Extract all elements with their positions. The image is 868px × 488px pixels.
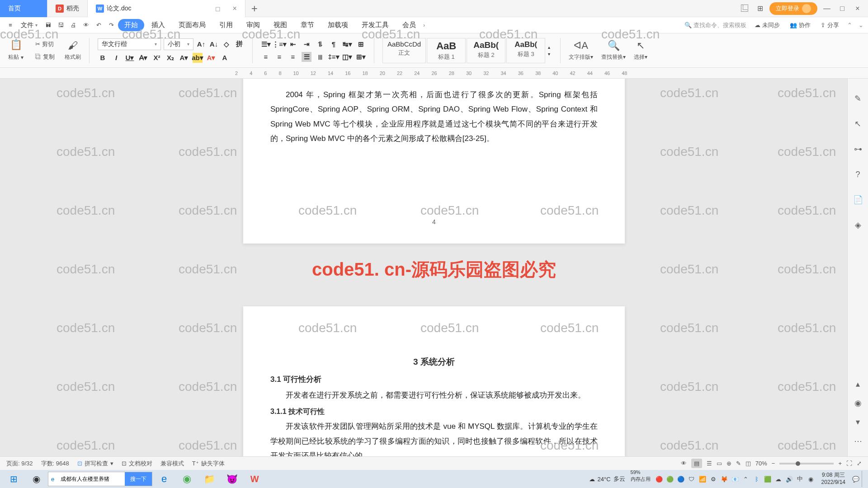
bold-button[interactable]: B — [98, 53, 108, 63]
italic-button[interactable]: I — [111, 53, 121, 63]
format-painter-group[interactable]: 🖌 格式刷 — [65, 40, 81, 61]
line-spacing-button[interactable]: ‡≡▾ — [329, 52, 339, 62]
menu-file[interactable]: 文件 ▾ — [17, 21, 41, 29]
zoom-level[interactable]: 70% — [755, 460, 767, 467]
paste-button[interactable]: 粘贴▾ — [6, 52, 25, 62]
tab-button[interactable]: ↹▾ — [342, 39, 352, 49]
tab-daoke[interactable]: D 稻壳 — [47, 0, 88, 17]
undo-icon[interactable]: ↶ — [93, 19, 104, 31]
print-icon[interactable]: 🖨 — [67, 19, 79, 31]
menu-references[interactable]: 引用 — [213, 19, 239, 31]
minimize-icon[interactable]: — — [821, 3, 833, 14]
menu-insert[interactable]: 插入 — [145, 19, 171, 31]
bullets-button[interactable]: ☰▾ — [261, 39, 271, 49]
tray-bluetooth-icon[interactable]: ᛒ — [752, 474, 762, 484]
fullscreen-icon[interactable]: ⛶ — [846, 460, 852, 467]
chevron-up-icon[interactable]: ⌃ — [847, 22, 852, 28]
spell-check[interactable]: ⊡拼写检查▾ — [77, 460, 113, 468]
font-color-button[interactable]: A▾ — [206, 53, 216, 63]
compat-mode[interactable]: 兼容模式 — [160, 460, 184, 468]
clear-format-icon[interactable]: ◇ — [222, 39, 231, 49]
doc-compare[interactable]: ⊡文档校对 — [122, 460, 152, 468]
diamond-icon[interactable]: ◈ — [852, 219, 864, 231]
app-explorer[interactable]: 📁 — [198, 471, 220, 487]
numbering-button[interactable]: ⋮≡▾ — [274, 39, 284, 49]
show-marks-button[interactable]: ¶ — [329, 39, 339, 49]
login-button[interactable]: 立即登录 — [769, 2, 817, 15]
underline-button[interactable]: U▾ — [125, 53, 135, 63]
ruler[interactable]: 2468101214161820222426283032343638404244… — [0, 68, 868, 79]
tray-expand-icon[interactable]: ⌃ — [741, 474, 751, 484]
style-heading2[interactable]: AaBb( 标题 2 — [467, 38, 505, 63]
menu-review[interactable]: 审阅 — [240, 19, 266, 31]
app-360[interactable]: ◉ — [176, 471, 198, 487]
style-heading1[interactable]: AaB 标题 1 — [427, 38, 466, 63]
decrease-indent-button[interactable]: ⇤ — [288, 39, 298, 49]
tray-icon[interactable]: 🛡 — [687, 474, 697, 484]
hamburger-icon[interactable]: ≡ — [5, 19, 16, 31]
align-center-button[interactable]: ≡ — [274, 52, 284, 62]
sort-button[interactable]: ⥮ — [315, 39, 325, 49]
tray-icon[interactable]: 🦊 — [719, 474, 729, 484]
find-replace-group[interactable]: 🔍 查找替换▾ — [601, 40, 626, 61]
layout-icon[interactable]: ⿺ — [739, 3, 750, 14]
app-unknown[interactable]: 😈 — [221, 471, 243, 487]
format-icon[interactable]: 📄 — [852, 193, 864, 206]
paste-icon[interactable]: 📋 — [10, 39, 22, 51]
new-tab-button[interactable]: + — [245, 2, 264, 15]
copilot-icon[interactable]: ◉ — [25, 471, 47, 487]
tray-icon[interactable]: 📧 — [730, 474, 740, 484]
menu-start[interactable]: 开始 — [118, 19, 144, 31]
menu-chapter[interactable]: 章节 — [294, 19, 321, 31]
phonetic-icon[interactable]: 拼 — [234, 39, 244, 49]
char-border-button[interactable]: A — [220, 53, 230, 63]
help-icon[interactable]: ? — [852, 168, 864, 181]
down-arrow-icon[interactable]: ▾ — [852, 416, 864, 428]
menu-member[interactable]: 会员 — [396, 19, 422, 31]
start-button[interactable]: ⊞ — [3, 471, 24, 487]
app-ie[interactable]: e — [153, 471, 175, 487]
tray-icon[interactable]: 🔵 — [676, 474, 686, 484]
zoom-slider[interactable] — [779, 463, 834, 465]
tray-icon[interactable]: 🟩 — [763, 474, 773, 484]
grid-icon[interactable]: ⊞ — [754, 3, 766, 14]
zoom-in-button[interactable]: + — [838, 460, 842, 467]
align-left-button[interactable]: ≡ — [261, 52, 271, 62]
save-icon[interactable]: 🖬 — [42, 19, 54, 31]
shading-button[interactable]: ◫▾ — [342, 52, 352, 62]
maximize-icon[interactable]: □ — [836, 3, 848, 14]
font-selector[interactable]: 华文行楷▾ — [98, 38, 161, 50]
tray-wifi-icon[interactable]: 📶 — [698, 474, 708, 484]
clock[interactable]: 9:08 周三 2022/9/14 — [817, 472, 850, 486]
taskbar-search[interactable]: e 搜一下 — [48, 472, 152, 486]
edit-mode-icon[interactable]: ✎ — [736, 460, 741, 467]
collab-button[interactable]: 👥 协作 — [788, 20, 812, 30]
text-effect-button[interactable]: A▾ — [179, 53, 189, 63]
redo-icon[interactable]: ↷ — [105, 19, 117, 31]
copy-button[interactable]: ⿻复制 — [33, 52, 57, 62]
style-expand[interactable]: ▴▾ — [546, 38, 552, 63]
app-wps[interactable]: W — [244, 471, 265, 487]
style-normal[interactable]: AaBbCcDd 正文 — [382, 38, 426, 63]
tray-icon[interactable]: ◉ — [806, 474, 816, 484]
show-desktop[interactable] — [862, 471, 865, 487]
view-web-icon[interactable]: ▭ — [717, 460, 722, 467]
menu-view[interactable]: 视图 — [267, 19, 293, 31]
view-page-icon[interactable]: ▤ — [691, 459, 702, 468]
close-icon[interactable]: × — [232, 5, 236, 13]
eye-icon[interactable]: 👁 — [681, 460, 687, 467]
pencil-icon[interactable]: ✎ — [852, 92, 864, 105]
font-size-selector[interactable]: 小初▾ — [164, 38, 193, 50]
word-count[interactable]: 字数: 9648 — [41, 460, 69, 468]
document-page[interactable]: 3 系统分析 3.1 可行性分析 开发者在进行开发系统之前，都需要进行可行性分析… — [243, 306, 625, 456]
increase-font-icon[interactable]: A↑ — [196, 39, 206, 49]
save-as-icon[interactable]: 🖫 — [55, 19, 66, 31]
weather-widget[interactable]: ☁ 24°C 多云 — [585, 475, 630, 483]
select-group[interactable]: ↖ 选择▾ — [634, 40, 647, 61]
tray-icon[interactable]: ⚙ — [708, 474, 718, 484]
close-window-icon[interactable]: × — [852, 3, 863, 14]
menu-dev-tools[interactable]: 开发工具 — [355, 19, 395, 31]
tab-document[interactable]: W 论文.doc ◻ × — [88, 0, 245, 17]
superscript-button[interactable]: X² — [152, 53, 162, 63]
align-right-button[interactable]: ≡ — [288, 52, 298, 62]
